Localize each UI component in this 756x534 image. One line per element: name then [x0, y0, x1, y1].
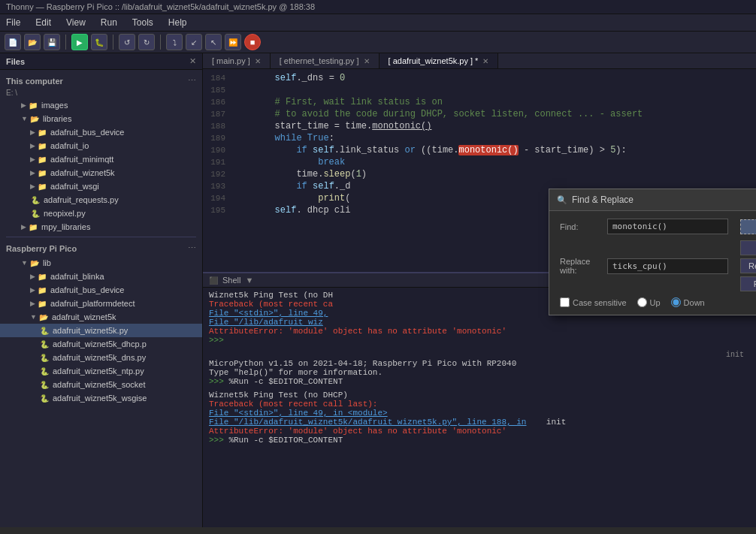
- tree-item-adafruit-platformdetect[interactable]: ▶ 📁 adafruit_platformdetect: [0, 297, 202, 310]
- case-sensitive-input[interactable]: [560, 297, 570, 307]
- tree-item-lib[interactable]: ▼ 📂 lib: [0, 256, 202, 270]
- tree-item-adafruit-requests[interactable]: 🐍 adafruit_requests.py: [0, 193, 202, 207]
- tree-item-adafruit-bus-device-rpi[interactable]: ▶ 📁 adafruit_bus_device: [0, 283, 202, 297]
- replace-find-button[interactable]: Replace+Find: [740, 258, 756, 273]
- menu-help[interactable]: Help: [165, 16, 190, 29]
- tab-ethernet-label: [ ethernet_testing.py ]: [280, 56, 359, 65]
- this-computer-menu-icon[interactable]: ⋯: [188, 76, 196, 86]
- tree-item-wiznet5k-wsgise[interactable]: 🐍 adafruit_wiznet5k_wsgise: [0, 391, 202, 405]
- find-replace-icon: 🔍: [557, 195, 567, 205]
- sidebar-header: Files ✕: [0, 53, 202, 70]
- tab-main-py-close[interactable]: ✕: [255, 57, 261, 65]
- toolbar-separator-3: [160, 35, 161, 50]
- tree-label-mpy: mpy_libraries: [41, 222, 90, 231]
- stop-button[interactable]: ■: [244, 34, 261, 50]
- shell-line-run2: >>> %Run -c $EDITOR_CONTENT: [209, 436, 750, 445]
- run-button[interactable]: ▶: [71, 34, 88, 50]
- menu-edit[interactable]: Edit: [32, 16, 54, 29]
- folder-icon-apd: 📁: [37, 298, 47, 309]
- tree-item-wiznet5k-dns[interactable]: 🐍 adafruit_wiznet5k_dns.py: [0, 351, 202, 364]
- expand-arrow-abd-rpi: ▶: [0, 286, 35, 294]
- folder-icon-mpy: 📁: [28, 222, 38, 232]
- menu-tools[interactable]: Tools: [129, 16, 156, 29]
- tab-main-py[interactable]: [ main.py ] ✕: [203, 53, 271, 68]
- tree-item-mpy-libraries[interactable]: ▶ 📁 mpy_libraries: [0, 220, 202, 234]
- tab-ethernet-testing[interactable]: [ ethernet_testing.py ] ✕: [271, 53, 380, 68]
- folder-icon-abd-rpi: 📁: [37, 285, 47, 295]
- rpi-menu-icon[interactable]: ⋯: [188, 243, 196, 253]
- code-line-189: 189 while True:: [203, 132, 756, 144]
- down-radio[interactable]: Down: [671, 297, 705, 307]
- shell-line-micropython: MicroPython v1.15 on 2021-04-18; Raspber…: [209, 359, 750, 368]
- tree-item-adafruit-io[interactable]: ▶ 📁 adafruit_io: [0, 139, 202, 152]
- up-radio-input[interactable]: [637, 297, 647, 307]
- redo-button[interactable]: ↻: [138, 34, 155, 50]
- debug-button[interactable]: 🐛: [91, 34, 107, 50]
- tree-item-adafruit-bus-device-pc[interactable]: ▶ 📁 adafruit_bus_device: [0, 125, 202, 139]
- up-radio[interactable]: Up: [637, 297, 661, 307]
- tree-item-adafruit-wsgi[interactable]: ▶ 📁 adafruit_wsgi: [0, 180, 202, 193]
- save-file-button[interactable]: 💾: [44, 34, 60, 50]
- find-button[interactable]: Find: [740, 219, 756, 234]
- file-icon-neopixel: 🐍: [30, 208, 41, 219]
- step-into-button[interactable]: ↙: [186, 34, 202, 50]
- tree-label-amq: adafruit_minimqtt: [50, 155, 113, 164]
- code-line-188: 188 start_time = time.monotonic(): [203, 120, 756, 132]
- tab-wiznet5k[interactable]: [ adafruit_wiznet5k.py ] * ✕: [380, 53, 499, 68]
- step-over-button[interactable]: ⤵: [166, 34, 183, 50]
- tree-item-wiznet5k-socket[interactable]: 🐍 adafruit_wiznet5k_socket: [0, 378, 202, 391]
- replace-input[interactable]: [607, 258, 728, 274]
- down-radio-input[interactable]: [671, 297, 681, 307]
- rpi-label: Raspberry Pi Pico: [6, 244, 77, 253]
- folder-icon-images: 📁: [28, 100, 38, 110]
- shell-content[interactable]: Wiznet5k Ping Test (no DH Traceback (mos…: [203, 288, 756, 527]
- tree-item-wiznet5k-py[interactable]: 🐍 adafruit_wiznet5k.py: [0, 324, 202, 337]
- code-line-191: 191 break: [203, 156, 756, 168]
- code-line-187: 187 # to avoid the code during DHCP, soc…: [203, 108, 756, 120]
- undo-button[interactable]: ↺: [119, 34, 135, 50]
- tabs-bar: [ main.py ] ✕ [ ethernet_testing.py ] ✕ …: [203, 53, 756, 69]
- tree-item-neopixel[interactable]: 🐍 neopixel.py: [0, 207, 202, 220]
- tree-item-adafruit-wiznet5k-rpi[interactable]: ▼ 📂 adafruit_wiznet5k: [0, 310, 202, 324]
- tree-item-adafruit-wiznet5k-pc[interactable]: ▶ 📁 adafruit_wiznet5k: [0, 166, 202, 180]
- up-label: Up: [650, 298, 661, 307]
- this-computer-header[interactable]: This computer ⋯: [0, 73, 202, 89]
- shell-arrow-icon: ▼: [245, 276, 253, 285]
- tab-wiznet5k-close[interactable]: ✕: [482, 57, 488, 65]
- shell-icon: ⬛: [209, 276, 218, 285]
- tree-item-adafruit-minimqtt[interactable]: ▶ 📁 adafruit_minimqtt: [0, 152, 202, 166]
- open-file-button[interactable]: 📂: [24, 34, 41, 50]
- menu-file[interactable]: File: [3, 16, 23, 29]
- tab-ethernet-close[interactable]: ✕: [364, 57, 370, 65]
- sidebar-close-icon[interactable]: ✕: [189, 56, 196, 66]
- folder-icon-aw5k-rpi: 📂: [38, 312, 49, 322]
- editor-area: [ main.py ] ✕ [ ethernet_testing.py ] ✕ …: [203, 53, 756, 527]
- resume-button[interactable]: ⏩: [225, 34, 241, 50]
- replace-all-button[interactable]: Replace all: [740, 276, 756, 291]
- this-computer-section: This computer ⋯ E: \ ▶ 📁 images ▼ 📂 libr…: [0, 73, 202, 234]
- file-icon-dns: 🐍: [39, 352, 50, 363]
- tree-item-wiznet5k-dhcp[interactable]: 🐍 adafruit_wiznet5k_dhcp.p: [0, 337, 202, 351]
- tree-item-images[interactable]: ▶ 📁 images: [0, 98, 202, 112]
- replace-button[interactable]: Replace: [740, 240, 756, 255]
- expand-arrow-blinka: ▶: [0, 273, 35, 280]
- tree-item-libraries[interactable]: ▼ 📂 libraries: [0, 112, 202, 125]
- menu-view[interactable]: View: [63, 16, 89, 29]
- title-bar: Thonny — Raspberry Pi Pico :: /lib/adafr…: [0, 0, 756, 14]
- menu-run[interactable]: Run: [98, 16, 120, 29]
- new-file-button[interactable]: 📄: [5, 34, 21, 50]
- tree-label-neopixel: neopixel.py: [44, 209, 86, 218]
- file-icon-wsgise: 🐍: [39, 393, 50, 403]
- folder-icon-aw5k: 📁: [37, 167, 47, 178]
- tree-item-wiznet5k-ntp[interactable]: 🐍 adafruit_wiznet5k_ntp.py: [0, 364, 202, 378]
- find-input[interactable]: [607, 219, 728, 234]
- shell-line-traceback2: Traceback (most recent call last):: [209, 400, 750, 409]
- tab-main-py-label: [ main.py ]: [212, 56, 250, 65]
- rpi-header[interactable]: Raspberry Pi Pico ⋯: [0, 240, 202, 256]
- expand-arrow-apd: ▶: [0, 300, 35, 307]
- this-computer-path: E: \: [0, 89, 202, 98]
- step-out-button[interactable]: ↖: [205, 34, 222, 50]
- case-sensitive-checkbox[interactable]: Case sensitive: [560, 297, 627, 307]
- tree-item-adafruit-blinka[interactable]: ▶ 📁 adafruit_blinka: [0, 270, 202, 283]
- dialog-titlebar-left: 🔍 Find & Replace: [557, 195, 634, 205]
